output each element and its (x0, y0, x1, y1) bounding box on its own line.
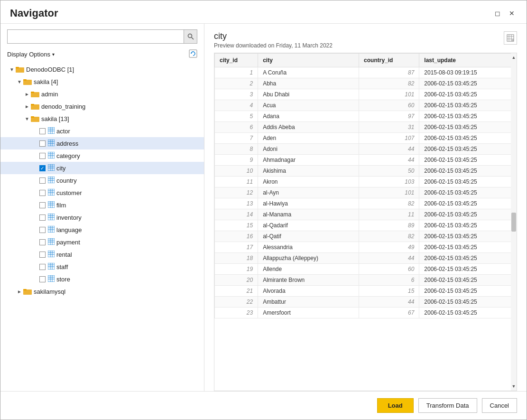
toolbar-row: Display Options ▾ (0, 47, 204, 63)
table-cell: 2006-02-15 03:45:25 (419, 308, 517, 318)
table-row: 9Ahmadnagar442006-02-15 03:45:25 (215, 155, 517, 166)
table-cell: 44 (359, 297, 419, 308)
tree-item-payment[interactable]: ► (0, 236, 204, 248)
checkbox-country[interactable] (38, 177, 46, 184)
table-cell: 97 (359, 111, 419, 122)
tree-item-admin[interactable]: ► admin (0, 88, 204, 100)
table-cell: 2006-02-15 03:45:25 (419, 231, 517, 242)
transform-data-button[interactable]: Transform Data (418, 398, 477, 413)
checkbox-language[interactable] (38, 226, 46, 233)
checkbox-staff[interactable] (38, 263, 46, 271)
expand-icon-sakila: ▼ (16, 78, 23, 85)
tree-item-rental[interactable]: ► (0, 248, 204, 261)
table-cell: 2006-02-15 03:45:25 (419, 275, 517, 286)
table-cell: Amersfoort (258, 308, 359, 318)
tree-item-category[interactable]: ► (0, 149, 204, 162)
tree-item-actor[interactable]: ► (0, 125, 204, 137)
checkbox-payment[interactable] (38, 238, 46, 246)
table-cell: al-Hawiya (258, 198, 359, 209)
checkbox-category[interactable] (38, 152, 46, 159)
table-cell: Alessandria (258, 242, 359, 253)
main-area: Display Options ▾ ▼ (0, 24, 527, 391)
svg-rect-23 (48, 152, 55, 159)
tree-item-customer[interactable]: ► (0, 187, 204, 199)
tree-item-sakila13[interactable]: ▼ sakila [13] (0, 112, 204, 125)
cb-country (39, 177, 46, 184)
data-table-wrapper[interactable]: city_id city country_id last_update 1A C… (214, 53, 517, 391)
table-cell: Akishima (258, 166, 359, 177)
minimize-button[interactable]: ◻ (492, 8, 503, 19)
tree-item-denodo[interactable]: ▼ DenodoODBC [1] (0, 63, 204, 75)
search-input[interactable] (8, 33, 184, 40)
tree-item-staff[interactable]: ► (0, 261, 204, 273)
title-bar-controls: ◻ ✕ (492, 8, 517, 19)
cb-store (39, 276, 46, 282)
table-cell: 20 (215, 275, 258, 286)
svg-rect-58 (48, 238, 55, 245)
refresh-icon[interactable] (189, 49, 197, 59)
scroll-down-arrow[interactable]: ▼ (511, 382, 517, 391)
tree-item-film[interactable]: ► (0, 199, 204, 211)
table-cell: 87 (359, 67, 419, 78)
table-grid-icon-category (48, 152, 55, 160)
display-options-label: Display Options (7, 51, 50, 58)
navigator-dialog: Navigator ◻ ✕ (0, 0, 527, 420)
table-cell: 50 (359, 166, 419, 177)
svg-rect-73 (48, 275, 55, 282)
scroll-thumb[interactable] (511, 213, 516, 232)
table-cell: al-Ayn (258, 187, 359, 198)
checkbox-film[interactable] (38, 201, 46, 209)
table-cell: 67 (359, 308, 419, 318)
folder-icon-denodo (16, 66, 24, 73)
preview-download-button[interactable] (504, 31, 517, 45)
checkbox-address[interactable] (38, 140, 46, 147)
svg-line-1 (191, 37, 194, 40)
tree-node-sakila13: ▼ sakila [13] (0, 112, 204, 285)
close-button[interactable]: ✕ (507, 8, 517, 19)
svg-rect-63 (48, 251, 55, 257)
table-cell: 89 (359, 220, 419, 231)
table-cell: 2006-02-15 03:45:25 (419, 89, 517, 100)
table-row: 23Amersfoort672006-02-15 03:45:25 (215, 308, 517, 318)
table-cell: 3 (215, 89, 258, 100)
tree-item-inventory[interactable]: ► (0, 211, 204, 224)
search-box (7, 29, 197, 44)
load-button[interactable]: Load (377, 398, 414, 413)
tree-item-store[interactable]: ► (0, 273, 204, 285)
checkbox-store[interactable] (38, 275, 46, 283)
tree-item-city[interactable]: ► ✓ (0, 162, 204, 174)
table-cell: 4 (215, 100, 258, 111)
table-cell: 12 (215, 187, 258, 198)
table-cell: 2006-02-15 03:45:25 (419, 209, 517, 220)
svg-rect-43 (48, 201, 55, 208)
checkbox-actor[interactable] (38, 127, 46, 135)
scroll-up-arrow[interactable]: ▲ (511, 53, 517, 62)
cb-rental (39, 252, 46, 258)
data-table: city_id city country_id last_update 1A C… (214, 53, 517, 318)
table-cell: Adoni (258, 144, 359, 155)
tree-item-address[interactable]: ► (0, 137, 204, 149)
folder-icon-sakilamysql (23, 288, 32, 295)
cancel-button[interactable]: Cancel (482, 398, 517, 413)
display-options-button[interactable]: Display Options ▾ (7, 51, 55, 58)
node-label-actor: actor (56, 128, 70, 135)
expand-icon-denodo: ▼ (8, 65, 16, 73)
tree-item-denodo-training[interactable]: ► denodo_training (0, 100, 204, 112)
checkbox-inventory[interactable] (38, 214, 46, 221)
search-icon[interactable] (184, 30, 197, 43)
checkbox-customer[interactable] (38, 189, 46, 196)
table-cell: 14 (215, 209, 258, 220)
checkbox-rental[interactable] (38, 251, 46, 258)
svg-rect-4 (16, 67, 19, 68)
tree-item-country[interactable]: ► (0, 174, 204, 187)
table-cell: 60 (359, 264, 419, 275)
checkbox-city[interactable]: ✓ (38, 164, 46, 172)
table-row: 2Abha822006-02-15 03:45:25 (215, 78, 517, 89)
tree-item-sakila[interactable]: ▼ sakila [4] (0, 75, 204, 88)
tree-item-language[interactable]: ► (0, 224, 204, 236)
tree-item-sakilamysql[interactable]: ► sakilamysql (0, 285, 204, 298)
vertical-scrollbar[interactable]: ▲ ▼ (511, 53, 517, 391)
folder-icon-sakila13 (31, 115, 39, 122)
svg-rect-18 (48, 140, 55, 146)
table-row: 14al-Manama112006-02-15 03:45:25 (215, 209, 517, 220)
